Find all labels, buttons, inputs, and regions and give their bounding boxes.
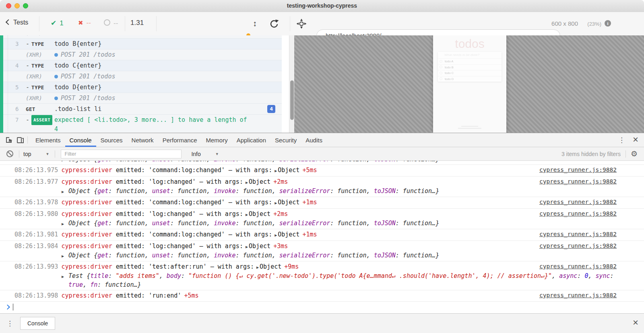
tab-application[interactable]: Application	[232, 134, 270, 147]
todo-item[interactable]: todo D	[438, 76, 502, 82]
tab-audits[interactable]: Audits	[301, 134, 327, 147]
drawer-close-button[interactable]: ×	[633, 317, 638, 328]
todo-item[interactable]: todo A	[438, 58, 502, 64]
tab-memory[interactable]: Memory	[202, 134, 232, 147]
scrollbar-thumb[interactable]	[290, 80, 294, 120]
devtools-menu-button[interactable]: ⋮	[613, 136, 630, 144]
object-preview: ▶Object {get: function, unset: function,…	[0, 161, 644, 164]
devtools-tabs: ElementsConsoleSourcesNetworkPerformance…	[31, 134, 327, 147]
expand-icon[interactable]: ▶	[275, 201, 277, 205]
preview-segment: get	[97, 252, 108, 259]
source-link[interactable]: cypress_runner.js:9882	[539, 199, 617, 205]
tab-console[interactable]: Console	[65, 134, 96, 147]
command-method-label: (XHR)	[26, 73, 42, 80]
chevron-down-icon: ▼	[45, 152, 49, 156]
tab-elements[interactable]: Elements	[31, 134, 65, 147]
command-number: 4	[15, 60, 19, 71]
source-link[interactable]: cypress_runner.js:9882	[539, 231, 617, 237]
expand-icon[interactable]: ▶	[62, 272, 67, 281]
expand-icon[interactable]: ▶	[62, 187, 67, 196]
expand-icon[interactable]: ▶	[62, 220, 67, 228]
devtools-close-button[interactable]: ×	[630, 134, 644, 146]
expand-icon[interactable]: ▶	[62, 161, 67, 164]
expand-icon[interactable]: ▶	[275, 233, 277, 237]
command-row[interactable]: 7-ASSERTexpected [ <li.todo>, 3 more... …	[3, 115, 282, 133]
time-delta: +5ms	[302, 166, 317, 174]
back-to-tests-button[interactable]: Tests	[6, 19, 28, 26]
tab-sources[interactable]: Sources	[96, 134, 127, 147]
expand-icon[interactable]: ▶	[275, 169, 277, 173]
command-row[interactable]: 3-TYPEtodo B{enter}	[3, 39, 282, 49]
test-passed-bar	[0, 35, 3, 133]
preview-segment: toJSON	[374, 252, 396, 259]
execution-context-select[interactable]: top ▼	[23, 151, 49, 157]
expand-icon[interactable]: ▶	[246, 180, 248, 185]
source-link[interactable]: cypress_runner.js:9882	[539, 243, 617, 249]
source-link[interactable]: cypress_runner.js:9882	[539, 210, 617, 217]
command-number: 5	[15, 82, 19, 92]
new-todo-input[interactable]: What needs to be done?	[438, 52, 502, 58]
command-row[interactable]: 5-TYPEtodo D{enter}	[3, 82, 282, 93]
selector-playground-button[interactable]	[296, 18, 307, 31]
preview-segment: : function…}	[396, 161, 439, 163]
log-level-select[interactable]: Info ▼	[191, 151, 219, 157]
todo-item[interactable]: todo C	[438, 70, 502, 76]
console-filter-input[interactable]	[61, 150, 182, 158]
source-link[interactable]: cypress_runner.js:9882	[539, 178, 617, 185]
preview-segment: get	[97, 220, 108, 227]
command-row[interactable]: 6GET.todo-list li4	[3, 104, 282, 115]
info-icon[interactable]: i	[605, 20, 611, 27]
preview-segment: "adds items"	[116, 272, 159, 280]
check-icon: ✔	[51, 19, 56, 27]
preview-segment: get	[97, 161, 108, 163]
tab-security[interactable]: Security	[270, 134, 301, 147]
command-row[interactable]: (XHR)POST 201 /todos	[3, 49, 282, 60]
preview-segment: ,	[159, 272, 167, 280]
command-message: POST 201 /todos	[54, 35, 115, 38]
clear-console-button[interactable]	[6, 150, 13, 157]
tab-network[interactable]: Network	[127, 134, 158, 147]
command-row[interactable]: (XHR)POST 201 /todos	[3, 93, 282, 104]
command-row[interactable]: 4-TYPEtodo C{enter}	[3, 60, 282, 71]
expand-icon[interactable]: ▶	[246, 212, 248, 217]
time-delta: +1ms	[302, 199, 317, 206]
todo-item[interactable]: todo B	[438, 64, 502, 70]
inspect-cursor-icon	[5, 136, 13, 144]
preview-segment: : function,	[170, 220, 214, 227]
footer-line	[461, 126, 478, 127]
gear-icon[interactable]: ⚙	[631, 149, 638, 158]
preview-segment: : function,	[170, 252, 214, 259]
command-row[interactable]: (XHR)POST 201 /todos	[3, 35, 282, 39]
inspect-element-button[interactable]	[5, 136, 13, 144]
command-number: 6	[15, 104, 19, 114]
drawer-menu-button[interactable]: ⋮	[0, 319, 14, 328]
command-message: POST 201 /todos	[54, 71, 115, 82]
timestamp: 08:26:13.981	[14, 231, 58, 238]
console-entry-line: 08:26:13.977cypress:driver emitted: 'log…	[0, 177, 617, 187]
preview-segment: body	[167, 272, 181, 280]
aut-app-title: todos	[433, 37, 506, 51]
debug-namespace: cypress:driver	[61, 210, 112, 218]
zoom-window-button[interactable]	[23, 3, 28, 8]
source-link[interactable]: cypress_runner.js:9882	[539, 263, 617, 269]
close-window-button[interactable]	[6, 3, 11, 8]
preview-segment: : function,	[330, 161, 374, 163]
command-method-label: TYPE	[31, 63, 44, 69]
expand-icon[interactable]: ▶	[256, 265, 259, 269]
source-link[interactable]: cypress_runner.js:9882	[539, 166, 617, 173]
expand-icon[interactable]: ▶	[246, 245, 248, 249]
source-link[interactable]: cypress_runner.js:9882	[539, 292, 617, 298]
device-toolbar-button[interactable]	[16, 136, 24, 144]
console-prompt[interactable]	[0, 302, 644, 312]
drawer-console-tab[interactable]: Console	[20, 317, 55, 330]
emitted-label: emitted:	[112, 166, 149, 174]
command-row[interactable]: (XHR)POST 201 /todos	[3, 71, 282, 82]
command-log-scrollbar[interactable]	[289, 35, 294, 133]
tab-performance[interactable]: Performance	[158, 134, 202, 147]
back-to-tests-label: Tests	[13, 19, 28, 26]
expand-icon[interactable]: ▶	[62, 252, 67, 260]
preview-segment: async	[559, 272, 577, 280]
refresh-button[interactable]	[269, 18, 279, 31]
aut-preview-pane: todos What needs to be done? todo Atodo …	[294, 35, 644, 133]
minimize-window-button[interactable]	[14, 3, 20, 8]
